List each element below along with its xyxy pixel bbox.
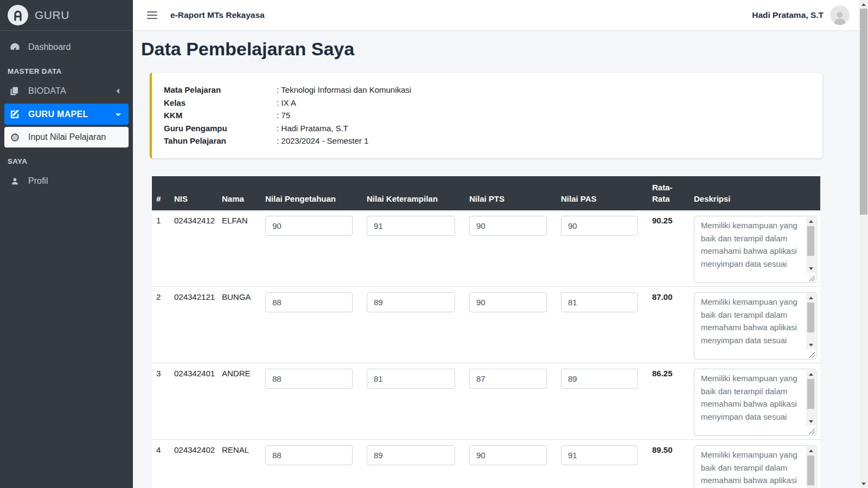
edit-icon <box>9 109 21 119</box>
col-nis: NIS <box>170 176 218 211</box>
page-scrollbar[interactable] <box>859 0 868 488</box>
sidebar: GURU Dashboard MASTER DATA BIODATA GURU … <box>0 0 133 488</box>
student-name: ANDRE <box>218 363 261 440</box>
info-label: Tahun Pelajaran <box>164 134 277 147</box>
lesson-info-card: Mata Pelajaran : Teknologi Informasi dan… <box>150 73 822 158</box>
nilai-pts-input[interactable] <box>469 369 547 389</box>
nilai-pas-input[interactable] <box>561 369 638 389</box>
sidebar-section-master-data: MASTER DATA <box>4 60 129 81</box>
dashboard-icon <box>9 42 21 52</box>
scrollbar-thumb[interactable] <box>807 455 814 485</box>
info-value: : Hadi Pratama, S.T <box>277 122 348 135</box>
scroll-up-icon[interactable] <box>806 370 815 378</box>
resize-grip-icon[interactable] <box>808 428 815 434</box>
app-title-link[interactable]: e-Raport MTs Rekayasa <box>170 10 265 20</box>
nilai-pas-input[interactable] <box>561 292 638 312</box>
nilai-pengetahuan-input[interactable] <box>265 369 353 389</box>
textarea-scrollbar[interactable] <box>806 293 815 349</box>
sidebar-nav: Dashboard MASTER DATA BIODATA GURU MAPEL <box>0 31 133 199</box>
info-label: Kelas <box>164 97 277 110</box>
deskripsi-textarea[interactable]: Memiliki kemampuan yang baik dan terampi… <box>694 369 816 436</box>
scrollbar-thumb[interactable] <box>807 303 814 332</box>
student-nis: 024342121 <box>170 287 218 363</box>
brand-logo <box>8 5 28 25</box>
col-nama: Nama <box>218 176 261 211</box>
nilai-pengetahuan-input[interactable] <box>265 292 353 312</box>
scroll-down-icon[interactable] <box>806 341 815 349</box>
scrollbar-thumb[interactable] <box>807 379 814 409</box>
user-silhouette-icon <box>832 9 848 25</box>
sidebar-item-dashboard[interactable]: Dashboard <box>4 36 129 57</box>
scroll-down-icon[interactable] <box>859 479 868 488</box>
brand-link[interactable]: GURU <box>0 0 133 31</box>
scrollbar-thumb[interactable] <box>807 226 814 256</box>
nilai-keterampilan-input[interactable] <box>367 445 455 465</box>
info-row: Tahun Pelajaran : 2023/2024 - Semester 1 <box>164 134 810 147</box>
nilai-pts-input[interactable] <box>469 445 547 465</box>
scroll-down-icon[interactable] <box>806 264 815 273</box>
scroll-up-icon[interactable] <box>806 217 815 226</box>
main-area: e-Raport MTs Rekayasa Hadi Pratama, S.T … <box>133 0 859 488</box>
nilai-keterampilan-input[interactable] <box>367 216 455 236</box>
deskripsi-text: Memiliki kemampuan yang baik dan terampi… <box>701 296 802 357</box>
sidebar-item-label: Dashboard <box>28 42 71 52</box>
sidebar-item-input-nilai-pelajaran[interactable]: Input Nilai Pelajaran <box>4 127 129 147</box>
sidebar-item-guru-mapel[interactable]: GURU MAPEL <box>4 104 129 125</box>
scroll-up-icon[interactable] <box>859 0 868 9</box>
student-row: 2 024342121 BUNGA 87.00 Memiliki kemampu… <box>152 287 820 363</box>
row-number: 2 <box>152 287 170 363</box>
student-nis: 024342401 <box>170 363 218 440</box>
sidebar-item-profil[interactable]: Profil <box>4 171 129 191</box>
col-number: # <box>152 176 170 211</box>
nilai-keterampilan-input[interactable] <box>367 369 455 389</box>
deskripsi-text: Memiliki kemampuan yang baik dan terampi… <box>701 448 802 488</box>
nilai-pengetahuan-input[interactable] <box>265 445 353 465</box>
info-label: KKM <box>164 109 277 122</box>
info-label: Guru Pengampu <box>164 122 277 135</box>
col-nilai-pengetahuan: Nilai Pengetahuan <box>261 176 362 211</box>
nilai-pas-input[interactable] <box>561 445 638 465</box>
sidebar-section-saya: SAYA <box>4 150 129 171</box>
col-rata-rata: Rata-Rata <box>648 176 690 211</box>
scroll-up-icon[interactable] <box>806 293 815 302</box>
textarea-scrollbar[interactable] <box>806 217 815 273</box>
user-name[interactable]: Hadi Pratama, S.T <box>752 10 824 20</box>
student-name: ELFAN <box>218 210 261 287</box>
nilai-pas-input[interactable] <box>561 216 638 236</box>
sidebar-item-label: Input Nilai Pelajaran <box>28 132 106 142</box>
brand-name: GURU <box>35 9 69 22</box>
student-row: 1 024342412 ELFAN 90.25 Memiliki kemampu… <box>152 210 820 287</box>
sidebar-item-label: GURU MAPEL <box>28 110 88 119</box>
textarea-scrollbar[interactable] <box>806 370 815 426</box>
deskripsi-textarea[interactable]: Memiliki kemampuan yang baik dan terampi… <box>694 216 816 283</box>
resize-grip-icon[interactable] <box>808 351 815 358</box>
info-row: KKM : 75 <box>164 109 810 122</box>
resize-grip-icon[interactable] <box>808 275 815 281</box>
scroll-down-icon[interactable] <box>806 417 815 426</box>
chevron-left-icon <box>114 87 122 95</box>
deskripsi-text: Memiliki kemampuan yang baik dan terampi… <box>701 372 802 433</box>
nilai-pengetahuan-input[interactable] <box>265 216 353 236</box>
avatar[interactable] <box>830 5 850 25</box>
rata-rata-value: 87.00 <box>648 287 690 363</box>
student-row: 4 024342402 RENAL 89.50 Memiliki kemampu… <box>152 440 820 488</box>
sidebar-item-label: BIODATA <box>28 86 66 96</box>
info-value: : 75 <box>277 109 290 122</box>
sidebar-item-biodata[interactable]: BIODATA <box>4 81 129 101</box>
deskripsi-textarea[interactable]: Memiliki kemampuan yang baik dan terampi… <box>694 292 816 359</box>
col-nilai-pas: Nilai PAS <box>557 176 648 211</box>
scroll-up-icon[interactable] <box>806 446 815 455</box>
hamburger-menu-icon[interactable] <box>146 9 158 21</box>
info-value: : Teknologi Informasi dan Komunikasi <box>277 84 411 97</box>
textarea-scrollbar[interactable] <box>806 446 815 488</box>
table-header-row: # NIS Nama Nilai Pengetahuan Nilai Keter… <box>152 176 820 211</box>
deskripsi-text: Memiliki kemampuan yang baik dan terampi… <box>701 219 802 280</box>
scrollbar-thumb[interactable] <box>860 9 867 215</box>
nilai-keterampilan-input[interactable] <box>367 292 455 312</box>
rata-rata-value: 89.50 <box>648 440 690 488</box>
col-nilai-keterampilan: Nilai Keterampilan <box>362 176 465 211</box>
deskripsi-textarea[interactable]: Memiliki kemampuan yang baik dan terampi… <box>694 445 816 488</box>
nilai-pts-input[interactable] <box>469 216 547 236</box>
chevron-down-icon <box>114 111 122 118</box>
nilai-pts-input[interactable] <box>469 292 547 312</box>
